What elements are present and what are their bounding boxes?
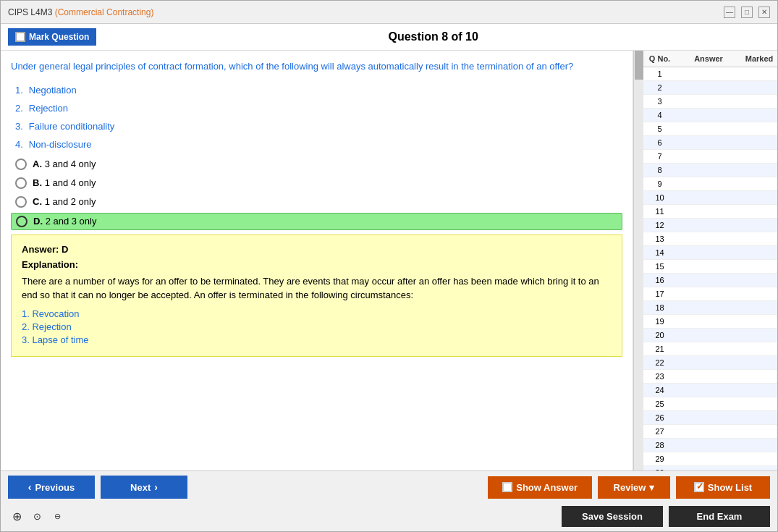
choice-b[interactable]: B. 1 and 4 only — [11, 175, 622, 191]
row-qno: 5 — [643, 122, 676, 135]
numbered-option-1-num: 1. — [15, 85, 23, 96]
row-answer — [676, 411, 741, 424]
question-list-row[interactable]: 20 — [643, 329, 777, 342]
question-list-row[interactable]: 29 — [643, 452, 777, 466]
question-list-row[interactable]: 9 — [643, 177, 777, 191]
row-answer — [676, 232, 741, 245]
next-arrow-icon: › — [154, 481, 158, 493]
mark-question-label: Mark Question — [29, 32, 89, 42]
show-answer-checkbox-icon — [502, 482, 512, 492]
question-list-row[interactable]: 10 — [643, 191, 777, 205]
question-list-row[interactable]: 1 — [643, 67, 777, 81]
show-list-button[interactable]: Show List — [676, 476, 770, 499]
zoom-reset-button[interactable]: ⊙ — [28, 508, 46, 525]
numbered-option-4-num: 4. — [15, 139, 23, 150]
row-marked — [741, 287, 777, 300]
row-answer — [676, 425, 741, 438]
mark-question-button[interactable]: Mark Question — [8, 28, 96, 46]
row-qno: 2 — [643, 81, 676, 94]
end-exam-button[interactable]: End Exam — [669, 506, 770, 527]
row-answer — [676, 136, 741, 149]
question-list-panel: Q No. Answer Marked 1 2 3 4 5 — [643, 51, 777, 470]
question-list-row[interactable]: 28 — [643, 439, 777, 452]
row-marked — [741, 109, 777, 122]
minimize-button[interactable]: — — [724, 7, 735, 18]
question-list-row[interactable]: 3 — [643, 95, 777, 109]
question-list-body[interactable]: 1 2 3 4 5 6 7 8 — [643, 67, 777, 470]
question-panel: Under general legal principles of contra… — [1, 51, 633, 470]
row-answer — [676, 329, 741, 342]
question-list-row[interactable]: 19 — [643, 315, 777, 329]
explanation-item-2: 2. Rejection — [22, 321, 612, 332]
explanation-item-3: 3. Lapse of time — [22, 334, 612, 345]
row-qno: 12 — [643, 219, 676, 232]
question-list-row[interactable]: 26 — [643, 411, 777, 425]
question-list-row[interactable]: 6 — [643, 136, 777, 150]
zoom-in-button[interactable]: ⊕ — [8, 508, 25, 525]
question-list-row[interactable]: 7 — [643, 150, 777, 164]
save-session-button[interactable]: Save Session — [562, 506, 663, 527]
bottom-row2: ⊕ ⊙ ⊖ Save Session End Exam — [1, 503, 777, 531]
question-list-row[interactable]: 4 — [643, 109, 777, 122]
row-answer — [676, 67, 741, 80]
main-scrollbar[interactable] — [633, 51, 643, 470]
prev-arrow-icon: ‹ — [28, 481, 32, 493]
row-answer — [676, 301, 741, 314]
question-list-row[interactable]: 23 — [643, 370, 777, 384]
choice-c-radio — [15, 196, 27, 208]
row-marked — [741, 329, 777, 342]
choice-b-label: B. 1 and 4 only — [33, 177, 96, 188]
question-list-row[interactable]: 25 — [643, 397, 777, 411]
question-list-row[interactable]: 22 — [643, 356, 777, 370]
show-answer-button[interactable]: Show Answer — [488, 476, 592, 499]
question-list-row[interactable]: 27 — [643, 425, 777, 439]
choice-c-label: C. 1 and 2 only — [33, 196, 96, 207]
window-title: CIPS L4M3 (Commercial Contracting) — [8, 7, 153, 17]
question-list-row[interactable]: 2 — [643, 81, 777, 95]
question-list-row[interactable]: 11 — [643, 205, 777, 219]
choice-a[interactable]: A. 3 and 4 only — [11, 156, 622, 172]
numbered-option-3-text: Failure conditionality — [29, 121, 115, 132]
row-answer — [676, 287, 741, 300]
next-button[interactable]: Next › — [101, 476, 187, 499]
question-list-row[interactable]: 16 — [643, 274, 777, 287]
main-area: Under general legal principles of contra… — [1, 51, 777, 470]
previous-button[interactable]: ‹ Previous — [8, 476, 95, 499]
close-button[interactable]: ✕ — [758, 7, 770, 18]
window-controls: — □ ✕ — [724, 7, 770, 18]
row-answer — [676, 315, 741, 328]
bottom-row1: ‹ Previous Next › Show Answer Review ▾ S… — [1, 471, 777, 503]
question-list-row[interactable]: 14 — [643, 246, 777, 260]
question-list-row[interactable]: 12 — [643, 219, 777, 232]
question-list-row[interactable]: 8 — [643, 164, 777, 177]
row-marked — [741, 136, 777, 149]
review-dropdown-icon: ▾ — [649, 482, 654, 493]
main-scrollbar-thumb — [635, 51, 643, 80]
maximize-button[interactable]: □ — [741, 7, 753, 18]
row-answer — [676, 164, 741, 177]
row-marked — [741, 191, 777, 204]
row-qno: 28 — [643, 439, 676, 452]
row-answer — [676, 122, 741, 135]
question-list-row[interactable]: 21 — [643, 342, 777, 356]
bottom-bar: ‹ Previous Next › Show Answer Review ▾ S… — [1, 470, 777, 531]
question-list-row[interactable]: 24 — [643, 384, 777, 397]
row-answer — [676, 370, 741, 383]
row-marked — [741, 342, 777, 355]
choice-options: A. 3 and 4 only B. 1 and 4 only C. 1 and… — [11, 156, 622, 230]
choice-c[interactable]: C. 1 and 2 only — [11, 194, 622, 210]
question-list-row[interactable]: 17 — [643, 287, 777, 301]
question-list-row[interactable]: 15 — [643, 260, 777, 274]
row-answer — [676, 219, 741, 232]
question-list-row[interactable]: 5 — [643, 122, 777, 136]
header-marked: Marked — [741, 51, 777, 67]
numbered-option-2-text: Rejection — [29, 103, 68, 114]
app-window: CIPS L4M3 (Commercial Contracting) — □ ✕… — [0, 0, 778, 532]
question-list-row[interactable]: 18 — [643, 301, 777, 315]
choice-d[interactable]: D. 2 and 3 only — [11, 213, 622, 230]
row-answer — [676, 260, 741, 273]
review-button[interactable]: Review ▾ — [598, 476, 670, 499]
question-list-row[interactable]: 13 — [643, 232, 777, 246]
row-qno: 4 — [643, 109, 676, 122]
zoom-out-button[interactable]: ⊖ — [48, 508, 66, 525]
